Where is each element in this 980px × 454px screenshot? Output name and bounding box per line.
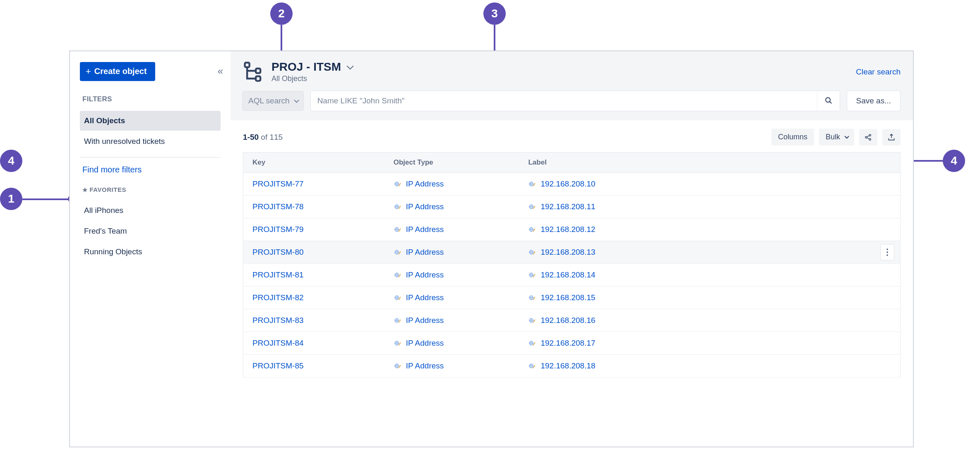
search-wrap bbox=[310, 91, 840, 111]
object-type-link[interactable]: IP Address bbox=[384, 332, 519, 355]
clear-search-link[interactable]: Clear search bbox=[856, 67, 901, 76]
svg-point-35 bbox=[886, 251, 888, 253]
object-key-link[interactable]: PROJITSM-78 bbox=[243, 196, 384, 218]
main-area: PROJ - ITSM All Objects Clear search AQL… bbox=[231, 51, 913, 447]
share-button[interactable] bbox=[859, 129, 877, 146]
export-icon bbox=[887, 133, 896, 141]
callout-4: 4 bbox=[0, 150, 22, 172]
save-as-button[interactable]: Save as... bbox=[847, 91, 901, 111]
aql-search-label: AQL search bbox=[248, 96, 290, 105]
search-row: AQL search Save as... bbox=[231, 86, 913, 120]
schema-icon bbox=[242, 61, 264, 83]
table-row[interactable]: PROJITSM-78IP Address192.168.208.11 bbox=[243, 196, 901, 218]
star-icon: ★ bbox=[82, 186, 88, 193]
favorites-heading: ★FAVORITES bbox=[80, 186, 221, 193]
objects-table: Key Object Type Label PROJITSM-77IP Addr… bbox=[243, 152, 901, 378]
bulk-button[interactable]: Bulk bbox=[819, 129, 854, 146]
object-label-link[interactable]: 192.168.208.11 bbox=[519, 196, 900, 218]
object-type-link[interactable]: IP Address bbox=[384, 241, 519, 264]
callout-1-line bbox=[22, 198, 70, 200]
sidebar-divider bbox=[80, 157, 221, 158]
svg-rect-0 bbox=[245, 62, 250, 67]
object-type-link[interactable]: IP Address bbox=[384, 218, 519, 241]
object-type-link[interactable]: IP Address bbox=[384, 264, 519, 287]
callout-4: 4 bbox=[943, 150, 965, 172]
object-key-link[interactable]: PROJITSM-81 bbox=[243, 264, 384, 287]
more-icon bbox=[886, 248, 889, 256]
row-actions-button[interactable] bbox=[880, 244, 894, 260]
column-key[interactable]: Key bbox=[243, 153, 384, 173]
svg-line-8 bbox=[867, 135, 870, 136]
favorite-item[interactable]: All iPhones bbox=[80, 201, 221, 220]
callout-2: 2 bbox=[270, 2, 293, 25]
collapse-sidebar-icon[interactable]: « bbox=[218, 65, 221, 77]
table-row[interactable]: PROJITSM-79IP Address192.168.208.12 bbox=[243, 218, 901, 241]
share-icon bbox=[864, 133, 872, 141]
filter-item[interactable]: All Objects bbox=[80, 111, 221, 131]
bulk-label: Bulk bbox=[826, 133, 840, 141]
schema-title-text: PROJ - ITSM bbox=[271, 60, 341, 74]
object-label-link[interactable]: 192.168.208.10 bbox=[519, 173, 900, 196]
find-more-filters-link[interactable]: Find more filters bbox=[80, 165, 221, 174]
favorites-label-text: FAVORITES bbox=[90, 186, 126, 193]
table-row[interactable]: PROJITSM-77IP Address192.168.208.10 bbox=[243, 173, 901, 196]
filters-heading: Filters bbox=[80, 95, 221, 103]
object-key-link[interactable]: PROJITSM-80 bbox=[243, 241, 384, 264]
search-input[interactable] bbox=[311, 91, 817, 111]
table-row[interactable]: PROJITSM-85IP Address192.168.208.18 bbox=[243, 355, 901, 378]
content-area: 1-50 of 115 Columns Bulk bbox=[231, 120, 913, 447]
search-submit-button[interactable] bbox=[817, 91, 840, 111]
object-label-link[interactable]: 192.168.208.15 bbox=[519, 287, 900, 309]
table-row[interactable]: PROJITSM-80IP Address192.168.208.13 bbox=[243, 241, 901, 264]
table-row[interactable]: PROJITSM-82IP Address192.168.208.15 bbox=[243, 287, 901, 309]
chevron-down-icon bbox=[844, 134, 849, 139]
object-label-link[interactable]: 192.168.208.17 bbox=[519, 332, 900, 355]
callout-3: 3 bbox=[483, 2, 506, 25]
callout-1: 1 bbox=[0, 188, 22, 210]
object-key-link[interactable]: PROJITSM-85 bbox=[243, 355, 384, 378]
object-key-link[interactable]: PROJITSM-77 bbox=[243, 173, 384, 196]
chevron-down-icon bbox=[294, 98, 299, 103]
table-row[interactable]: PROJITSM-81IP Address192.168.208.14 bbox=[243, 264, 901, 287]
result-range-total: of 115 bbox=[259, 133, 283, 141]
table-row[interactable]: PROJITSM-83IP Address192.168.208.16 bbox=[243, 309, 901, 332]
plus-icon: + bbox=[86, 67, 91, 76]
object-type-link[interactable]: IP Address bbox=[384, 173, 519, 196]
object-type-link[interactable]: IP Address bbox=[384, 196, 519, 218]
table-row[interactable]: PROJITSM-84IP Address192.168.208.17 bbox=[243, 332, 901, 355]
schema-title[interactable]: PROJ - ITSM bbox=[271, 60, 352, 74]
object-label-link[interactable]: 192.168.208.14 bbox=[519, 264, 900, 287]
column-label[interactable]: Label bbox=[519, 153, 900, 173]
object-key-link[interactable]: PROJITSM-84 bbox=[243, 332, 384, 355]
svg-rect-2 bbox=[256, 76, 260, 81]
object-type-link[interactable]: IP Address bbox=[384, 287, 519, 309]
filter-item[interactable]: With unresolved tickets bbox=[80, 131, 221, 151]
object-key-link[interactable]: PROJITSM-83 bbox=[243, 309, 384, 332]
object-key-link[interactable]: PROJITSM-79 bbox=[243, 218, 384, 241]
create-object-button[interactable]: + Create object bbox=[80, 62, 155, 81]
svg-point-36 bbox=[886, 254, 888, 256]
header: PROJ - ITSM All Objects Clear search bbox=[231, 51, 913, 86]
object-key-link[interactable]: PROJITSM-82 bbox=[243, 287, 384, 309]
svg-line-4 bbox=[829, 101, 831, 103]
favorite-item[interactable]: Running Objects bbox=[80, 242, 221, 262]
object-type-link[interactable]: IP Address bbox=[384, 309, 519, 332]
object-label-link[interactable]: 192.168.208.18 bbox=[519, 355, 900, 378]
favorite-item[interactable]: Fred's Team bbox=[80, 221, 221, 241]
aql-search-button[interactable]: AQL search bbox=[242, 91, 304, 111]
result-range-bold: 1-50 bbox=[243, 133, 259, 141]
object-label-link[interactable]: 192.168.208.12 bbox=[519, 218, 900, 241]
svg-rect-1 bbox=[256, 69, 260, 73]
search-icon bbox=[824, 96, 833, 105]
sidebar: « + Create object Filters All ObjectsWit… bbox=[70, 51, 231, 447]
object-type-link[interactable]: IP Address bbox=[384, 355, 519, 378]
toolbar: 1-50 of 115 Columns Bulk bbox=[243, 129, 901, 146]
svg-point-3 bbox=[826, 98, 830, 102]
result-range: 1-50 of 115 bbox=[243, 133, 283, 142]
column-object-type[interactable]: Object Type bbox=[384, 153, 519, 173]
chevron-down-icon bbox=[347, 62, 354, 69]
export-button[interactable] bbox=[882, 129, 901, 146]
object-label-link[interactable]: 192.168.208.13 bbox=[519, 241, 900, 264]
object-label-link[interactable]: 192.168.208.16 bbox=[519, 309, 900, 332]
columns-button[interactable]: Columns bbox=[771, 129, 814, 146]
